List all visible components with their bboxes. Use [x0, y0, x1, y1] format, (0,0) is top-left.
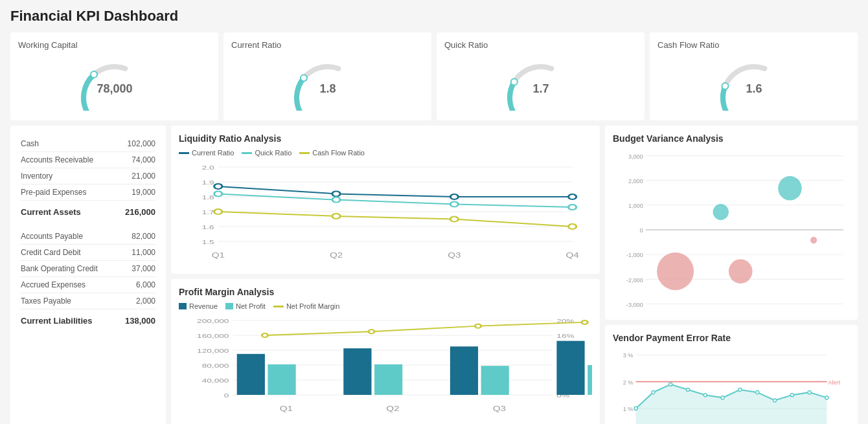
- svg-text:Q4: Q4: [565, 252, 578, 260]
- svg-text:Q3: Q3: [448, 252, 461, 260]
- legend-item: Net Profit Margin: [273, 302, 340, 310]
- svg-point-66: [262, 333, 268, 337]
- svg-text:2 %: 2 %: [623, 379, 634, 386]
- svg-point-35: [569, 224, 577, 229]
- svg-text:120,000: 120,000: [197, 348, 229, 353]
- kpi-card-cash-flow-ratio: Cash Flow Ratio 1.6: [650, 32, 858, 120]
- svg-point-4: [510, 78, 517, 85]
- svg-point-25: [332, 191, 340, 196]
- balance-sheet-panel: Cash102,000Accounts Receivable74,000Inve…: [10, 126, 166, 424]
- balance-asset-row: Accounts Receivable74,000: [21, 152, 155, 168]
- svg-point-118: [738, 388, 742, 391]
- svg-point-112: [634, 407, 637, 410]
- svg-text:Q1: Q1: [280, 405, 293, 413]
- svg-rect-60: [450, 346, 478, 395]
- svg-point-2: [301, 74, 307, 81]
- svg-text:-3,000: -3,000: [626, 302, 643, 308]
- svg-point-122: [808, 391, 811, 394]
- svg-rect-61: [556, 341, 584, 395]
- balance-liability-row: Bank Operating Credit37,000: [21, 261, 155, 277]
- svg-text:Alert: Alert: [828, 379, 840, 386]
- svg-text:3 %: 3 %: [623, 352, 634, 359]
- svg-point-34: [450, 217, 458, 222]
- svg-rect-63: [374, 364, 402, 395]
- kpi-gauge: 1.7: [502, 52, 580, 113]
- kpi-card-current-ratio: Current Ratio 1.8: [223, 32, 431, 120]
- dashboard: Financial KPI Dashboard Working Capital …: [0, 0, 868, 424]
- balance-asset-row: Pre-paid Expenses19,000: [21, 184, 155, 201]
- profit-chart: 040,00080,000120,000160,000200,0000%4%8%…: [179, 314, 592, 418]
- svg-text:160,000: 160,000: [197, 333, 229, 339]
- legend-item: Cash Flow Ratio: [299, 149, 365, 157]
- vendor-chart: 0 %1 %2 %3 %AlertJanFebMarAprMayJunJulAu…: [613, 348, 850, 424]
- svg-text:1.8: 1.8: [319, 82, 336, 95]
- balance-liability-row: Accrued Expenses6,000: [21, 277, 155, 293]
- svg-text:0: 0: [640, 227, 643, 234]
- liquidity-title: Liquidity Ratio Analysis: [179, 133, 592, 144]
- svg-point-85: [657, 252, 694, 290]
- svg-text:Q3: Q3: [493, 405, 506, 413]
- budget-chart-card: Budget Variance Analysis -3,000-2,000-1,…: [605, 126, 858, 320]
- svg-point-29: [332, 197, 340, 203]
- svg-text:1.8: 1.8: [202, 194, 214, 200]
- svg-point-123: [825, 396, 828, 399]
- svg-text:-1,000: -1,000: [626, 252, 643, 258]
- kpi-gauge: 1.8: [289, 52, 367, 113]
- profit-legend: RevenueNet ProfitNet Profit Margin: [179, 302, 592, 310]
- svg-text:200,000: 200,000: [197, 318, 229, 324]
- svg-point-24: [214, 184, 222, 189]
- svg-point-6: [722, 83, 728, 89]
- budget-chart: -3,000-2,000-1,00001,0002,0003,000: [613, 149, 850, 311]
- balance-liability-row: Credit Card Debit11,000: [21, 245, 155, 261]
- svg-point-26: [450, 194, 458, 199]
- svg-point-116: [703, 394, 707, 397]
- kpi-label: Current Ratio: [231, 40, 281, 50]
- legend-item: Quick Ratio: [242, 149, 291, 157]
- current-assets-total: Current Assets216,000: [21, 203, 155, 221]
- svg-point-89: [778, 176, 802, 201]
- liquidity-chart-card: Liquidity Ratio Analysis Current RatioQu…: [171, 126, 600, 274]
- svg-point-88: [713, 204, 729, 220]
- svg-point-119: [756, 391, 759, 394]
- kpi-gauge: 78,000: [76, 52, 154, 113]
- svg-point-68: [475, 324, 481, 328]
- kpi-row: Working Capital 78,000 Current Ratio 1.8…: [10, 32, 858, 120]
- svg-point-0: [91, 71, 97, 78]
- kpi-gauge: 1.6: [715, 52, 793, 113]
- right-panel: Budget Variance Analysis -3,000-2,000-1,…: [605, 126, 858, 424]
- svg-text:1.7: 1.7: [202, 209, 214, 215]
- svg-text:-2,000: -2,000: [626, 276, 643, 283]
- balance-liability-row: Taxes Payable2,000: [21, 293, 155, 309]
- profit-title: Profit Margin Analysis: [179, 287, 592, 297]
- svg-text:1.6: 1.6: [202, 224, 214, 230]
- legend-item: Current Ratio: [179, 149, 234, 157]
- svg-point-113: [652, 391, 655, 394]
- svg-point-86: [729, 259, 753, 284]
- svg-text:80,000: 80,000: [202, 363, 229, 368]
- svg-point-33: [332, 214, 340, 219]
- svg-point-69: [582, 320, 588, 324]
- budget-title: Budget Variance Analysis: [613, 133, 850, 144]
- svg-rect-59: [343, 348, 371, 395]
- kpi-label: Cash Flow Ratio: [657, 40, 719, 50]
- svg-text:1,000: 1,000: [628, 203, 643, 209]
- svg-text:16%: 16%: [556, 333, 574, 339]
- balance-asset-row: Cash102,000: [21, 136, 155, 152]
- svg-point-31: [569, 205, 577, 210]
- svg-rect-65: [588, 365, 592, 395]
- svg-text:Q2: Q2: [386, 405, 399, 413]
- svg-text:1.5: 1.5: [202, 239, 214, 245]
- current-liabilities-total: Current Liabilities138,000: [21, 312, 155, 329]
- svg-text:Q2: Q2: [330, 252, 343, 260]
- svg-point-87: [810, 237, 817, 243]
- svg-text:1.7: 1.7: [532, 82, 549, 95]
- svg-point-114: [669, 383, 672, 386]
- svg-text:78,000: 78,000: [97, 82, 132, 95]
- svg-point-67: [369, 329, 374, 333]
- svg-text:1.9: 1.9: [202, 179, 214, 185]
- svg-point-117: [721, 396, 724, 399]
- svg-point-32: [214, 209, 222, 214]
- legend-item: Revenue: [179, 302, 218, 310]
- kpi-label: Quick Ratio: [444, 40, 488, 50]
- svg-text:0: 0: [224, 392, 229, 398]
